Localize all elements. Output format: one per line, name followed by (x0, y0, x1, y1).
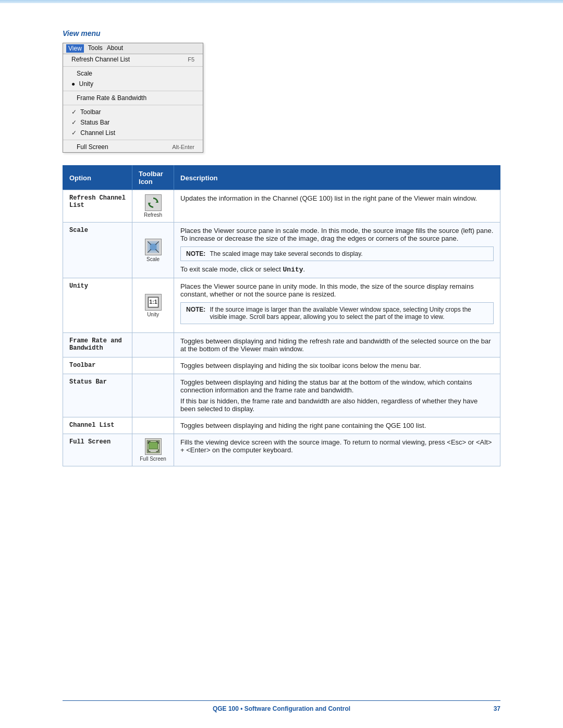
desc-toolbar: Toggles between displaying and hiding th… (174, 357, 500, 374)
refresh-icon (145, 195, 161, 211)
option-channellist: Channel List (63, 417, 132, 434)
fullscreen-icon (145, 439, 161, 454)
menu-item-channellist[interactable]: ✓ Channel List (63, 128, 203, 138)
icon-framerate (132, 333, 174, 357)
page-content: View menu View Tools About Refresh Chann… (0, 3, 563, 498)
footer-text: QGE 100 • Software Configuration and Con… (213, 705, 350, 712)
icon-fullscreen: Full Screen (132, 434, 174, 466)
option-framerate: Frame Rate andBandwidth (63, 333, 132, 357)
option-scale: Scale (63, 223, 132, 278)
desc-scale: Places the Viewer source pane in scale m… (174, 223, 500, 278)
svg-rect-16 (150, 450, 156, 451)
option-unity: Unity (63, 278, 132, 333)
svg-rect-0 (145, 195, 161, 211)
table-row: Status Bar Toggles between displaying an… (63, 374, 500, 417)
option-fullscreen: Full Screen (63, 434, 132, 466)
menu-separator-3 (63, 105, 203, 105)
icon-channellist (132, 417, 174, 434)
menu-item-unity[interactable]: ● Unity (63, 79, 203, 89)
table-row: Toolbar Toggles between displaying and h… (63, 357, 500, 374)
note-scale: NOTE: The scaled image may take several … (180, 246, 494, 261)
table-row: Frame Rate andBandwidth Toggles between … (63, 333, 500, 357)
desc-framerate: Toggles between displaying and hiding th… (174, 333, 500, 357)
menu-separator-2 (63, 91, 203, 91)
menu-separator-1 (63, 66, 203, 67)
option-statusbar: Status Bar (63, 374, 132, 417)
menu-item-framerate[interactable]: Frame Rate & Bandwidth (63, 93, 203, 103)
table-row: Channel List Toggles between displaying … (63, 417, 500, 434)
menu-screenshot: View Tools About Refresh Channel List F5… (63, 43, 203, 153)
table-row: Unity 1:1 Unity Places (63, 278, 500, 333)
icon-statusbar (132, 374, 174, 417)
page-footer: QGE 100 • Software Configuration and Con… (63, 700, 500, 712)
svg-rect-15 (149, 442, 157, 449)
icon-scale: Scale (132, 223, 174, 278)
desc-channellist: Toggles between displaying and hiding th… (174, 417, 500, 434)
fullscreen-icon-label: Full Screen (140, 456, 166, 462)
desc-refresh: Updates the information in the Channel (… (174, 190, 500, 223)
table-row: Scale (63, 223, 500, 278)
col-option: Option (63, 166, 132, 190)
table-row: Refresh ChannelList Refresh (63, 190, 500, 223)
scale-icon (145, 239, 161, 255)
options-table: Option Toolbar Icon Description Refresh … (63, 165, 500, 466)
icon-toolbar (132, 357, 174, 374)
option-toolbar: Toolbar (63, 357, 132, 374)
desc-unity: Places the Viewer source pane in unity m… (174, 278, 500, 333)
option-refresh: Refresh ChannelList (63, 190, 132, 223)
menu-separator-4 (63, 140, 203, 140)
scale-icon-label: Scale (146, 256, 160, 262)
menu-item-fullscreen[interactable]: Full Screen Alt-Enter (63, 142, 203, 152)
menu-about[interactable]: About (107, 44, 123, 53)
icon-refresh: Refresh (132, 190, 174, 223)
menu-item-scale[interactable]: Scale (63, 68, 203, 79)
desc-fullscreen: Fills the viewing device screen with the… (174, 434, 500, 466)
col-icon: Toolbar Icon (132, 166, 174, 190)
menu-view[interactable]: View (66, 44, 84, 53)
unity-icon-label: Unity (147, 312, 159, 317)
note-unity: NOTE: If the source image is larger than… (180, 302, 494, 324)
menu-item-refresh[interactable]: Refresh Channel List F5 (63, 54, 203, 65)
refresh-icon-label: Refresh (144, 212, 162, 218)
menu-tools[interactable]: Tools (88, 44, 103, 53)
icon-unity: 1:1 Unity (132, 278, 174, 333)
section-title: View menu (63, 29, 500, 38)
menu-menubar: View Tools About (63, 43, 203, 54)
svg-text:1:1: 1:1 (149, 299, 157, 305)
desc-statusbar: Toggles between displaying and hiding th… (174, 374, 500, 417)
footer-page: 37 (494, 705, 500, 712)
table-header-row: Option Toolbar Icon Description (63, 166, 500, 190)
menu-item-toolbar[interactable]: ✓ Toolbar (63, 107, 203, 117)
unity-icon: 1:1 (145, 294, 161, 310)
table-row: Full Screen (63, 434, 500, 466)
menu-item-statusbar[interactable]: ✓ Status Bar (63, 117, 203, 128)
col-description: Description (174, 166, 500, 190)
